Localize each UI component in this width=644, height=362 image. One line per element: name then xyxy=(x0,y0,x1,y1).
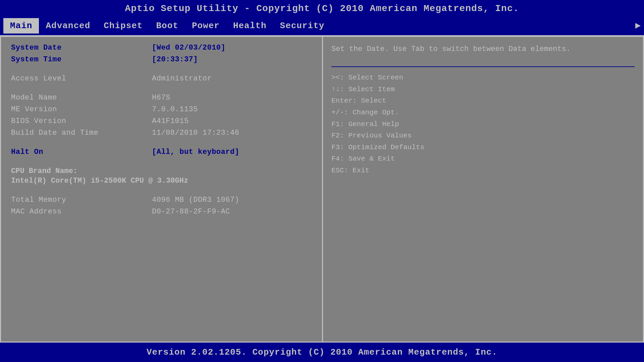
cpu-brand-value: Intel(R) Core(TM) i5-2500K CPU @ 3.30GHz xyxy=(11,177,312,185)
system-date-row: System Date [Wed 02/03/2010] xyxy=(11,44,312,52)
nav-item-security[interactable]: Security xyxy=(273,18,331,34)
shortcut-item: F4: Save & Exit xyxy=(331,153,635,165)
shortcut-item: F3: Optimized Defaults xyxy=(331,142,635,154)
nav-item-advanced[interactable]: Advanced xyxy=(39,18,97,34)
title-bar: Aptio Setup Utility - Copyright (C) 2010… xyxy=(0,0,644,16)
system-time-row: System Time [20:33:37] xyxy=(11,55,312,64)
model-name-label: Model Name xyxy=(11,94,152,102)
shortcut-item: F2: Previous Values xyxy=(331,130,635,142)
shortcut-item: ><: Select Screen xyxy=(331,72,635,84)
shortcuts: ><: Select Screen↑↓: Select ItemEnter: S… xyxy=(331,72,635,177)
build-date-value: 11/08/2010 17:23:46 xyxy=(152,129,239,137)
main-content: System Date [Wed 02/03/2010] System Time… xyxy=(0,36,644,343)
nav-item-chipset[interactable]: Chipset xyxy=(97,18,149,34)
total-memory-row: Total Memory 4096 MB (DDR3 1067) xyxy=(11,196,312,204)
system-date-label: System Date xyxy=(11,44,152,52)
shortcut-item: Enter: Select xyxy=(331,95,635,107)
help-text: Set the Date. Use Tab to switch between … xyxy=(331,44,635,55)
system-time-label: System Time xyxy=(11,55,152,64)
me-version-label: ME Version xyxy=(11,105,152,114)
system-time-value[interactable]: [20:33:37] xyxy=(152,55,198,64)
nav-item-power[interactable]: Power xyxy=(185,18,226,34)
nav-bar: MainAdvancedChipsetBootPowerHealthSecuri… xyxy=(0,16,644,36)
total-memory-value: 4096 MB (DDR3 1067) xyxy=(152,196,239,204)
nav-item-main[interactable]: Main xyxy=(3,18,39,34)
footer-text: Version 2.02.1205. Copyright (C) 2010 Am… xyxy=(147,347,497,357)
shortcut-item: F1: General Help xyxy=(331,119,635,130)
nav-item-boot[interactable]: Boot xyxy=(149,18,185,34)
bios-version-row: BIOS Version A41F1015 xyxy=(11,117,312,125)
build-date-row: Build Date and Time 11/08/2010 17:23:46 xyxy=(11,129,312,137)
mac-address-value: D0-27-88-2F-F9-AC xyxy=(152,207,230,216)
model-name-value: H67S xyxy=(152,94,170,102)
shortcut-item: ↑↓: Select Item xyxy=(331,84,635,96)
mac-address-label: MAC Address xyxy=(11,207,152,216)
shortcut-item: +/-: Change Opt. xyxy=(331,107,635,119)
halt-on-value[interactable]: [All, but keyboard] xyxy=(152,148,239,156)
footer: Version 2.02.1205. Copyright (C) 2010 Am… xyxy=(0,343,644,362)
halt-on-row: Halt On [All, but keyboard] xyxy=(11,148,312,156)
divider xyxy=(331,66,635,67)
nav-arrow-icon: ► xyxy=(635,21,641,31)
system-date-value[interactable]: [Wed 02/03/2010] xyxy=(152,44,225,52)
access-level-label: Access Level xyxy=(11,74,152,83)
model-name-row: Model Name H67S xyxy=(11,94,312,102)
title-text: Aptio Setup Utility - Copyright (C) 2010… xyxy=(125,3,519,14)
access-level-row: Access Level Administrator xyxy=(11,74,312,83)
total-memory-label: Total Memory xyxy=(11,196,152,204)
left-panel: System Date [Wed 02/03/2010] System Time… xyxy=(1,37,323,342)
me-version-row: ME Version 7.0.0.1135 xyxy=(11,105,312,114)
nav-item-health[interactable]: Health xyxy=(226,18,273,34)
cpu-section: CPU Brand Name: Intel(R) Core(TM) i5-250… xyxy=(11,167,312,185)
access-level-value: Administrator xyxy=(152,74,212,83)
mac-address-row: MAC Address D0-27-88-2F-F9-AC xyxy=(11,207,312,216)
build-date-label: Build Date and Time xyxy=(11,129,152,137)
bios-version-value: A41F1015 xyxy=(152,117,189,125)
me-version-value: 7.0.0.1135 xyxy=(152,105,198,114)
shortcut-item: ESC: Exit xyxy=(331,165,635,177)
halt-on-label: Halt On xyxy=(11,148,152,156)
cpu-brand-label: CPU Brand Name: xyxy=(11,167,312,175)
bios-version-label: BIOS Version xyxy=(11,117,152,125)
right-panel: Set the Date. Use Tab to switch between … xyxy=(323,37,643,342)
